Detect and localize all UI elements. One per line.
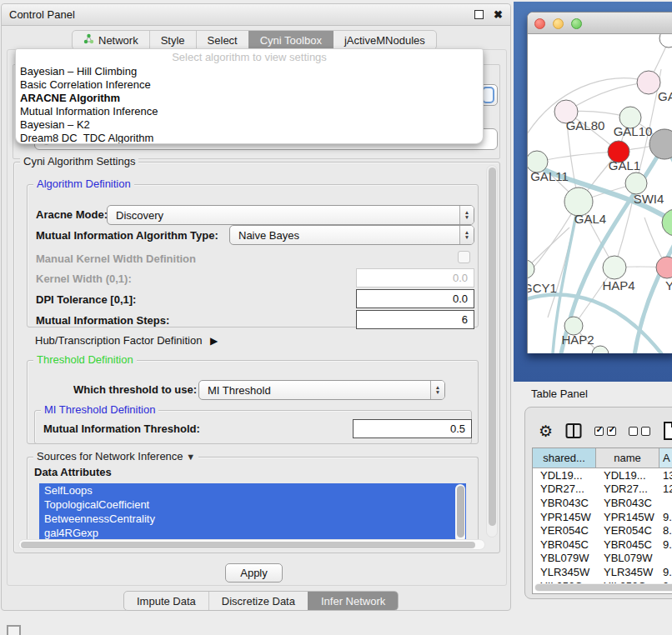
attribute-item[interactable]: TopologicalCoefficient — [39, 498, 466, 512]
tab-infer-network[interactable]: Infer Network — [308, 592, 398, 610]
combo-stepper-icon[interactable]: ▲▼ — [459, 206, 474, 224]
network-node[interactable] — [603, 256, 626, 279]
table-row[interactable]: YDL19...YDL19...13 — [533, 468, 672, 482]
mi-threshold-definition-box: MI Threshold Definition Mutual Informati… — [34, 410, 472, 444]
table-body: YDL19...YDL19...13YDR27...YDR27...12YBR0… — [533, 468, 672, 584]
function-builder-icon[interactable] — [663, 422, 672, 440]
tab-label: Discretize Data — [222, 595, 295, 608]
mi-type-combo[interactable]: Naive Bayes ▲▼ — [229, 225, 474, 245]
node-label: GAL11 — [530, 169, 569, 183]
tab-jactivemnodules[interactable]: jActiveMNodules — [333, 31, 436, 49]
table-cell: YER054C — [533, 524, 596, 537]
table-cell: 9. — [659, 538, 672, 551]
dpi-tolerance-field[interactable]: 0.0 — [356, 289, 474, 308]
algorithm-option[interactable]: Bayesian – K2 — [16, 118, 483, 132]
node-label: Y — [665, 278, 672, 292]
table-row[interactable]: YBL079WYBL079W — [533, 552, 672, 566]
table-row[interactable]: YBR045CYBR045C9. — [533, 538, 672, 552]
gear-icon[interactable]: ⚙ — [539, 423, 553, 439]
threshold-definition-title: Threshold Definition — [33, 353, 137, 366]
which-threshold-combo[interactable]: MI Threshold ▲▼ — [198, 380, 445, 400]
tab-cyni-toolbox[interactable]: Cyni Toolbox — [248, 31, 333, 49]
settings-vertical-scrollbar[interactable] — [486, 165, 498, 538]
column-header-name[interactable]: name — [596, 448, 659, 468]
column-header-partial[interactable]: A — [659, 448, 672, 468]
settings-box-title: Cyni Algorithm Settings — [20, 155, 138, 168]
algorithm-definition-box: Algorithm Definition Aracne Mode: Discov… — [27, 184, 479, 328]
table-row[interactable]: YBR043CYBR043C — [533, 496, 672, 510]
tab-style[interactable]: Style — [149, 31, 196, 49]
hub-tf-label: Hub/Transcription Factor Definition — [35, 334, 202, 347]
tab-label: Cyni Toolbox — [260, 34, 322, 47]
deselect-all-columns-icon[interactable] — [629, 427, 650, 436]
algorithm-option[interactable]: Mutual Information Inference — [16, 105, 483, 118]
node-label: GAL10 — [614, 124, 653, 138]
algorithm-option[interactable]: Basic Correlation Inference — [16, 78, 483, 92]
close-icon[interactable]: ✖ — [494, 10, 503, 19]
algorithm-option[interactable]: Dream8 DC_TDC Algorithm — [16, 132, 483, 144]
table-cell: YBR045C — [596, 538, 659, 551]
hub-tf-section-toggle[interactable]: Hub/Transcription Factor Definition ▶ — [35, 334, 218, 347]
settings-horizontal-scrollbar[interactable] — [18, 539, 485, 550]
table-row[interactable]: YDR27...YDR27...12 — [533, 482, 672, 497]
apply-button[interactable]: Apply — [225, 563, 283, 582]
control-panel-titlebar: Control Panel ✖ — [2, 4, 510, 26]
combo-stepper-focused[interactable] — [482, 87, 494, 103]
network-node[interactable] — [637, 71, 660, 94]
attribute-item[interactable]: gal4RGexp — [39, 526, 466, 540]
aracne-mode-combo[interactable]: Discovery ▲▼ — [107, 205, 474, 225]
scrollbar-thumb[interactable] — [535, 584, 672, 591]
attributes-scrollbar[interactable] — [455, 484, 465, 542]
float-window-icon[interactable] — [474, 10, 484, 19]
table-horizontal-scrollbar[interactable] — [534, 583, 672, 592]
mi-type-value: Naive Bayes — [230, 229, 459, 242]
table-row[interactable]: YPR145WYPR145W9. — [533, 510, 672, 524]
table-cell: YLR345W — [596, 566, 659, 578]
aracne-mode-value: Discovery — [108, 209, 459, 222]
attribute-item[interactable]: BetweennessCentrality — [39, 512, 466, 526]
column-header-shared-name[interactable]: shared... — [533, 448, 596, 468]
scrollbar-thumb[interactable] — [489, 168, 496, 526]
algorithm-option[interactable]: Bayesian – Hill Climbing — [16, 65, 483, 78]
network-icon — [83, 33, 94, 47]
data-attributes-list[interactable]: SelfLoopsTopologicalCoefficientBetweenne… — [39, 483, 466, 543]
table-cell: YDL19... — [596, 469, 659, 482]
select-all-columns-icon[interactable] — [594, 427, 616, 436]
network-node[interactable] — [528, 260, 534, 278]
table-row[interactable]: YLR345WYLR345W9. — [533, 565, 672, 579]
mini-window-button[interactable] — [7, 625, 21, 635]
sources-title: Sources for Network Inference ▼ — [33, 450, 198, 462]
columns-icon[interactable] — [565, 422, 582, 439]
network-canvas[interactable]: GALGAL80GAL10GAL1GAL11SWI4GAL4GCY1HAP4YH… — [528, 34, 672, 353]
algorithm-option[interactable]: ARACNE Algorithm — [16, 92, 483, 105]
node-table: shared... name A YDL19...YDL19...13YDR27… — [532, 448, 672, 594]
table-row[interactable]: YER054CYER054C8. — [533, 523, 672, 538]
network-node[interactable] — [592, 346, 609, 353]
combo-stepper-icon[interactable]: ▲▼ — [430, 381, 444, 399]
tab-network[interactable]: Network — [73, 31, 149, 49]
attribute-item[interactable]: SelfLoops — [39, 483, 466, 498]
tab-discretize-data[interactable]: Discretize Data — [208, 592, 308, 610]
manual-kernel-checkbox[interactable] — [458, 251, 470, 263]
scrollbar-thumb[interactable] — [457, 486, 464, 538]
close-traffic-light-icon[interactable] — [534, 18, 545, 29]
node-label: GAL4 — [574, 212, 606, 226]
tab-impute-data[interactable]: Impute Data — [124, 592, 208, 610]
tab-label: Select — [208, 34, 238, 47]
network-node[interactable] — [659, 34, 672, 48]
dropdown-placeholder: Select algorithm to view settings — [16, 50, 483, 65]
mi-threshold-field[interactable]: 0.5 — [353, 419, 472, 438]
minimize-traffic-light-icon[interactable] — [553, 18, 564, 29]
table-panel-window: ⚙ shared... name A YDL19...YDL19...13YDR… — [524, 407, 672, 599]
kernel-width-field[interactable]: 0.0 — [356, 268, 474, 288]
algorithm-definition-title: Algorithm Definition — [33, 178, 134, 190]
down-arrow-icon: ▼ — [464, 215, 469, 220]
zoom-traffic-light-icon[interactable] — [571, 18, 582, 29]
mi-steps-field[interactable]: 6 — [356, 310, 474, 329]
combo-stepper-icon[interactable]: ▲▼ — [459, 226, 474, 244]
expand-arrow-icon[interactable]: ▼ — [186, 452, 195, 462]
tab-select[interactable]: Select — [196, 31, 248, 49]
tab-label: Impute Data — [137, 595, 196, 608]
cyni-algorithm-settings-box: Cyni Algorithm Settings Algorithm Defini… — [13, 162, 500, 553]
scrollbar-thumb[interactable] — [21, 542, 475, 548]
